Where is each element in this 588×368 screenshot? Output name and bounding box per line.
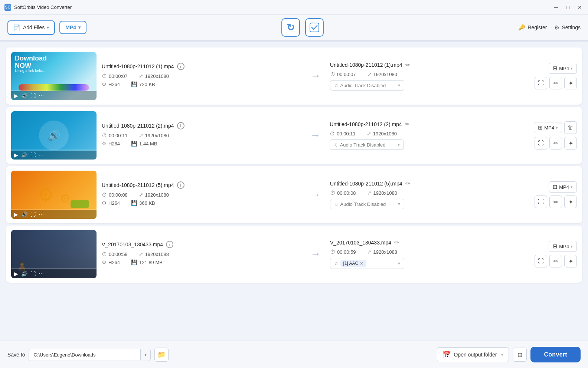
info-icon-2[interactable]: i	[177, 122, 184, 129]
file-info-2: Untitled-1080p-211012 (2).mp4 i ⏱ 00:00:…	[102, 122, 301, 149]
output-format-label-3: MP4	[559, 184, 569, 190]
play-button-2[interactable]: ▶	[14, 152, 18, 158]
info-icon-1[interactable]: i	[177, 63, 184, 70]
convert-button[interactable]: Convert	[530, 347, 581, 362]
info-icon-3[interactable]: i	[177, 181, 184, 189]
format-button[interactable]: MP4 ▾	[59, 21, 86, 34]
crop-button-1[interactable]: ⛶	[535, 77, 547, 89]
browse-folder-button[interactable]: 📁	[154, 348, 169, 362]
crop-button-2[interactable]: ⛶	[535, 137, 547, 150]
file-list: DownloadNOW Using a link belo... ▶ 🔊 ⛶ ⋯…	[0, 42, 588, 341]
open-output-button[interactable]: 📅 Open output folder ▾	[437, 347, 509, 362]
size-icon-3: 💾	[131, 200, 137, 206]
file-row: 🔊 ▶ 🔊 ⛶ ⋯ Untitled-1080p-211012 (2).mp4 …	[6, 107, 582, 164]
close-button[interactable]: ✕	[576, 4, 584, 11]
play-button-4[interactable]: ▶	[14, 271, 18, 277]
save-path-field[interactable]	[29, 349, 140, 361]
duration-4: 00:00:59	[109, 252, 128, 257]
format-caret-icon: ▾	[78, 25, 81, 30]
edit-output-name-3[interactable]: ✏	[405, 180, 410, 187]
wand-button-4[interactable]: ✦	[564, 255, 577, 267]
checkmark-button[interactable]	[305, 18, 324, 37]
thumbnail-2[interactable]: 🔊 ▶ 🔊 ⛶ ⋯	[11, 111, 97, 160]
thumb-controls-4: ▶ 🔊 ⛶ ⋯	[11, 269, 97, 278]
wand-button-2[interactable]: ✦	[564, 137, 577, 150]
edit-output-name-1[interactable]: ✏	[405, 62, 410, 68]
volume-button-2[interactable]: 🔊	[21, 152, 27, 158]
audio-dropdown-2[interactable]: ♫ Audio Track Disabled ▾	[330, 139, 404, 150]
add-icon: 📄	[13, 24, 21, 31]
minimize-button[interactable]: ─	[552, 4, 560, 11]
register-button[interactable]: 🔑 Register	[518, 24, 547, 31]
thumb-overlay-4: ▶ 🔊 ⛶ ⋯	[11, 230, 97, 278]
grid-view-button[interactable]: ⊞	[513, 348, 527, 362]
audio-select-2: ♫ Audio Track Disabled ▾	[330, 139, 529, 150]
thumbnail-3[interactable]: ⚙ ⚙ ▶ 🔊 ⛶ ⋯	[11, 171, 97, 219]
output-info-1: Untitled-1080p-211012 (1).mp4 ✏ ⏱ 00:00:…	[330, 62, 529, 91]
play-button-1[interactable]: ▶	[14, 93, 18, 99]
maximize-button[interactable]: □	[564, 4, 572, 11]
audio-label-3: Audio Track Disabled	[340, 201, 386, 207]
audio-dropdown-1[interactable]: ♫ Audio Track Disabled ▾	[330, 80, 404, 91]
more-button-1[interactable]: ⋯	[39, 93, 44, 99]
action-btns-4: ⊞ MP4 ▾ ⛶ ✏ ✦	[535, 241, 577, 267]
add-files-label: Add Files	[23, 24, 45, 30]
file-row: DownloadNOW Using a link belo... ▶ 🔊 ⛶ ⋯…	[6, 47, 582, 105]
add-files-button[interactable]: 📄 Add Files ▾	[7, 20, 55, 35]
audio-tag-remove-4[interactable]: ✕	[360, 261, 363, 266]
audio-dropdown-4[interactable]: ♫ [1] AAC ✕ ▾	[330, 258, 404, 269]
register-key-icon: 🔑	[518, 24, 525, 31]
audio-select-3: ♫ Audio Track Disabled ▾	[330, 199, 529, 209]
volume-button-1[interactable]: 🔊	[21, 93, 27, 99]
thumbnail-4[interactable]: 🧍 ▶ 🔊 ⛶ ⋯	[11, 230, 97, 278]
crop-button-4[interactable]: ⛶	[535, 255, 547, 267]
wand-button-1[interactable]: ✦	[564, 77, 577, 89]
arrow-2: →	[306, 129, 324, 141]
info-icon-4[interactable]: i	[166, 241, 173, 248]
duration-2: 00:00:11	[109, 133, 128, 138]
open-output-label: Open output folder	[454, 352, 497, 358]
settings-button[interactable]: ⚙ Settings	[554, 24, 581, 31]
more-button-4[interactable]: ⋯	[39, 271, 44, 277]
output-format-1[interactable]: ⊞ MP4 ▾	[549, 63, 577, 74]
out-resize-icon-4: ⤢	[367, 249, 372, 255]
volume-button-3[interactable]: 🔊	[21, 211, 27, 217]
thumb-overlay-3: ▶ 🔊 ⛶ ⋯	[11, 171, 97, 219]
fullscreen-button-3[interactable]: ⛶	[30, 211, 36, 217]
edit-output-name-4[interactable]: ✏	[394, 239, 399, 246]
edit-button-1[interactable]: ✏	[549, 77, 562, 89]
fullscreen-button-4[interactable]: ⛶	[30, 271, 36, 277]
audio-dropdown-3[interactable]: ♫ Audio Track Disabled ▾	[330, 199, 404, 209]
calendar-icon: 📅	[442, 351, 451, 359]
title-bar: SO SoftOrbits Video Converter ─ □ ✕	[0, 0, 588, 15]
thumbnail-1[interactable]: DownloadNOW Using a link belo... ▶ 🔊 ⛶ ⋯	[11, 52, 97, 100]
app-icon: SO	[4, 4, 11, 11]
output-format-4[interactable]: ⊞ MP4 ▾	[549, 241, 577, 252]
clock-icon-3: ⏱	[102, 192, 107, 198]
delete-button-2[interactable]: 🗑	[564, 121, 577, 134]
output-format-3[interactable]: ⊞ MP4 ▾	[549, 181, 577, 193]
play-button-3[interactable]: ▶	[14, 211, 18, 217]
edit-button-4[interactable]: ✏	[549, 255, 562, 267]
output-format-2[interactable]: ⊞ MP4 ▾	[534, 122, 562, 133]
file-name-2: Untitled-1080p-211012 (2).mp4	[102, 123, 174, 129]
refresh-button[interactable]: ↻	[281, 18, 300, 37]
fullscreen-button-1[interactable]: ⛶	[30, 93, 36, 99]
edit-button-3[interactable]: ✏	[549, 196, 562, 208]
file-name-4: V_20170103_130433.mp4	[102, 242, 163, 247]
save-path-caret[interactable]: ▾	[140, 349, 150, 360]
crop-button-3[interactable]: ⛶	[535, 196, 547, 208]
more-button-2[interactable]: ⋯	[39, 152, 44, 158]
edit-output-name-2[interactable]: ✏	[405, 121, 410, 128]
more-button-3[interactable]: ⋯	[39, 211, 44, 217]
format-caret-icon-1: ▾	[571, 66, 573, 71]
save-to-input: ▾	[29, 349, 151, 361]
wand-button-3[interactable]: ✦	[564, 196, 577, 208]
edit-button-2[interactable]: ✏	[549, 137, 562, 150]
audio-tag-label-4: [1] AAC	[343, 261, 359, 266]
resize-icon-3: ⤢	[139, 192, 143, 198]
volume-button-4[interactable]: 🔊	[21, 271, 27, 277]
size-icon-4: 💾	[131, 259, 137, 265]
fullscreen-button-2[interactable]: ⛶	[30, 152, 36, 158]
out-clock-icon-2: ⏱	[330, 131, 335, 137]
